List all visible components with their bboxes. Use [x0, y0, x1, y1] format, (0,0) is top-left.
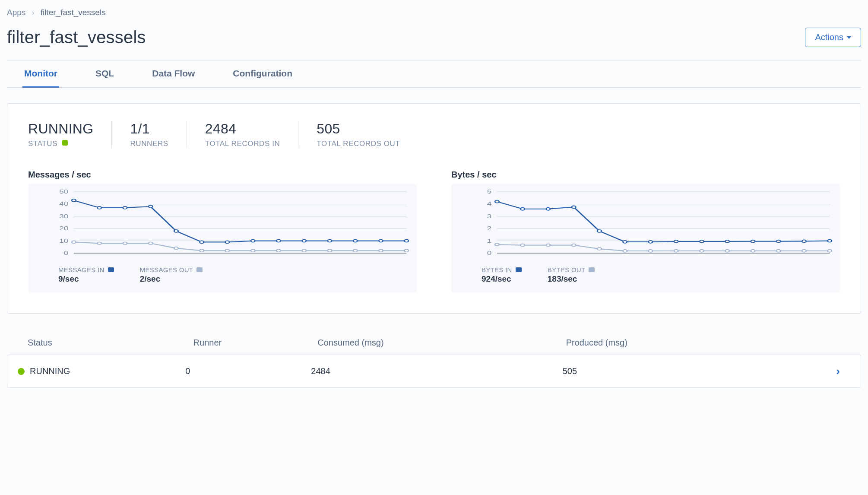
svg-point-69 [520, 244, 524, 247]
breadcrumb-root[interactable]: Apps [7, 8, 25, 17]
status-circle-icon [18, 368, 25, 375]
td-status: RUNNING [18, 366, 185, 376]
tab-monitor[interactable]: Monitor [22, 60, 59, 88]
breadcrumb: Apps › filter_fast_vessels [7, 8, 861, 17]
svg-point-78 [751, 250, 755, 252]
svg-point-77 [725, 250, 729, 252]
stat-status-label: STATUS [28, 140, 93, 148]
stat-records-in-label: TOTAL RECORDS IN [205, 140, 280, 148]
tab-configuration[interactable]: Configuration [231, 60, 294, 88]
svg-text:5: 5 [487, 189, 492, 194]
svg-point-19 [225, 241, 229, 243]
chevron-right-icon[interactable]: › [836, 365, 840, 378]
stat-status-value: RUNNING [28, 121, 93, 137]
caret-down-icon [847, 36, 851, 39]
actions-button[interactable]: Actions [805, 28, 861, 47]
svg-text:40: 40 [59, 201, 68, 207]
status-dot-icon [62, 140, 68, 146]
svg-point-24 [353, 240, 357, 242]
stat-records-out-label: TOTAL RECORDS OUT [317, 140, 400, 148]
svg-point-27 [72, 241, 76, 243]
svg-point-75 [674, 250, 678, 252]
svg-point-81 [827, 250, 831, 252]
legend-bytes-out: BYTES OUT 183/sec [548, 266, 595, 284]
svg-text:20: 20 [59, 226, 68, 232]
svg-point-15 [123, 206, 127, 209]
tabs: Monitor SQL Data Flow Configuration [7, 60, 861, 88]
chart-messages: Messages / sec 01020304050 MESSAGES IN 9… [28, 170, 417, 292]
svg-point-23 [328, 240, 332, 242]
svg-text:4: 4 [487, 201, 492, 207]
svg-point-73 [623, 250, 627, 252]
svg-point-67 [827, 240, 831, 242]
svg-text:10: 10 [59, 238, 68, 244]
svg-point-79 [776, 250, 780, 252]
stat-records-in-value: 2484 [205, 121, 280, 137]
svg-point-66 [802, 240, 806, 242]
svg-point-80 [802, 250, 806, 252]
rate-bytes-in: 924/sec [482, 274, 522, 284]
th-status: Status [28, 338, 193, 348]
svg-point-57 [572, 206, 576, 209]
svg-point-76 [700, 250, 703, 252]
svg-point-68 [495, 243, 499, 246]
svg-text:1: 1 [487, 238, 492, 244]
svg-point-31 [174, 247, 178, 250]
actions-button-label: Actions [815, 32, 843, 42]
svg-text:50: 50 [59, 189, 68, 194]
svg-point-33 [225, 249, 229, 252]
svg-point-54 [495, 200, 499, 203]
svg-point-74 [649, 250, 653, 252]
svg-point-29 [123, 242, 127, 244]
svg-point-18 [200, 241, 203, 243]
svg-point-71 [572, 244, 576, 247]
svg-point-14 [97, 206, 101, 209]
svg-point-30 [149, 242, 152, 244]
stat-runners-label: RUNNERS [130, 140, 168, 148]
svg-point-63 [725, 240, 729, 243]
stat-records-in: 2484 TOTAL RECORDS IN [187, 121, 298, 148]
td-produced: 505 [563, 366, 814, 376]
svg-point-56 [546, 208, 550, 210]
chart-bytes-plot: 012345 [455, 187, 836, 261]
table-head: Status Runner Consumed (msg) Produced (m… [7, 331, 861, 355]
legend-messages-out: MESSAGES OUT 2/sec [140, 266, 203, 284]
stat-status: RUNNING STATUS [28, 121, 111, 148]
svg-point-70 [546, 244, 550, 247]
chart-messages-plot: 01020304050 [32, 187, 413, 261]
svg-point-65 [776, 240, 780, 243]
stat-records-out: 505 TOTAL RECORDS OUT [298, 121, 418, 148]
svg-point-36 [302, 249, 306, 252]
breadcrumb-current: filter_fast_vessels [41, 8, 106, 17]
td-consumed: 2484 [311, 366, 562, 376]
svg-text:2: 2 [487, 226, 492, 232]
rate-messages-in: 9/sec [58, 274, 114, 284]
table-row[interactable]: RUNNING 0 2484 505 › [7, 355, 861, 388]
rate-messages-out: 2/sec [140, 274, 203, 284]
tab-sql[interactable]: SQL [94, 60, 116, 88]
svg-point-40 [404, 249, 408, 252]
svg-point-60 [649, 241, 653, 243]
tab-data-flow[interactable]: Data Flow [150, 60, 196, 88]
rate-bytes-out: 183/sec [548, 274, 595, 284]
stat-runners: 1/1 RUNNERS [111, 121, 186, 148]
svg-text:30: 30 [59, 213, 68, 219]
chevron-right-icon: › [32, 8, 34, 17]
svg-point-28 [97, 242, 101, 244]
svg-point-58 [597, 230, 601, 232]
swatch-light-icon [196, 267, 203, 272]
svg-point-13 [72, 199, 76, 202]
svg-point-25 [379, 240, 383, 242]
chart-messages-title: Messages / sec [28, 170, 417, 180]
swatch-blue-icon [108, 267, 114, 272]
svg-point-35 [276, 249, 280, 252]
svg-point-59 [623, 241, 627, 243]
svg-point-61 [674, 240, 678, 243]
swatch-blue-icon [516, 267, 522, 272]
runners-table: Status Runner Consumed (msg) Produced (m… [7, 331, 861, 388]
svg-text:3: 3 [487, 213, 492, 219]
page-title: filter_fast_vessels [7, 28, 146, 47]
svg-point-16 [149, 205, 152, 208]
stat-runners-value: 1/1 [130, 121, 168, 137]
svg-text:0: 0 [487, 250, 492, 256]
